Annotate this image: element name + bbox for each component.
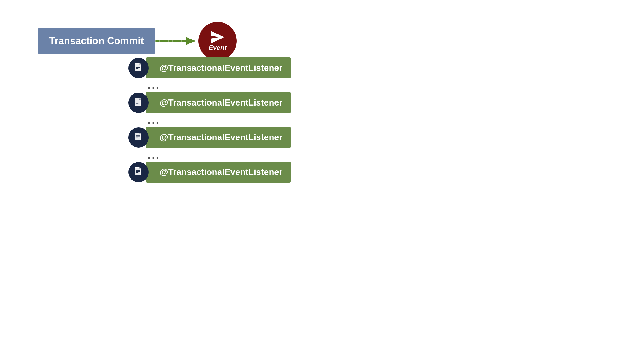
arrow-icon — [155, 33, 198, 49]
event-circle: Event — [198, 22, 237, 60]
listener-label-2: @TransactionalEventListener — [160, 98, 282, 108]
listener-label-1: @TransactionalEventListener — [160, 63, 282, 73]
listener-bar-2: @TransactionalEventListener — [146, 92, 291, 113]
document-icon-2 — [133, 98, 144, 108]
dots-row-3: ... — [126, 148, 160, 162]
listener-row-2: @TransactionalEventListener — [126, 92, 291, 113]
document-icon-4 — [133, 167, 144, 177]
listener-icon-2 — [128, 93, 149, 113]
listener-row-4: @TransactionalEventListener — [126, 162, 291, 183]
listener-row-1: @TransactionalEventListener — [126, 57, 291, 78]
transaction-commit-label: Transaction Commit — [49, 35, 144, 46]
svg-marker-1 — [186, 37, 196, 45]
listener-bar-4: @TransactionalEventListener — [146, 162, 291, 183]
listener-icon-3 — [128, 127, 149, 148]
listener-label-4: @TransactionalEventListener — [160, 167, 282, 177]
dots-2: ... — [148, 114, 160, 126]
transaction-commit-box: Transaction Commit — [38, 28, 155, 54]
listener-icon-4 — [128, 162, 149, 182]
listeners-section: @TransactionalEventListener ... @Transac… — [126, 57, 291, 183]
listener-icon-1 — [128, 58, 149, 78]
listener-bar-3: @TransactionalEventListener — [146, 127, 291, 148]
dots-1: ... — [148, 79, 160, 92]
dots-3: ... — [148, 149, 160, 161]
paper-plane-icon — [210, 30, 225, 44]
listener-row-3: @TransactionalEventListener — [126, 127, 291, 148]
document-icon-3 — [133, 132, 144, 143]
listener-label-3: @TransactionalEventListener — [160, 132, 282, 142]
svg-marker-2 — [211, 31, 224, 43]
dots-row-2: ... — [126, 113, 160, 127]
event-label: Event — [209, 44, 226, 52]
listener-bar-1: @TransactionalEventListener — [146, 57, 291, 78]
dots-row-1: ... — [126, 78, 160, 92]
arrow-container — [155, 33, 198, 49]
document-icon-1 — [133, 63, 144, 73]
top-row: Transaction Commit Event — [38, 22, 237, 60]
